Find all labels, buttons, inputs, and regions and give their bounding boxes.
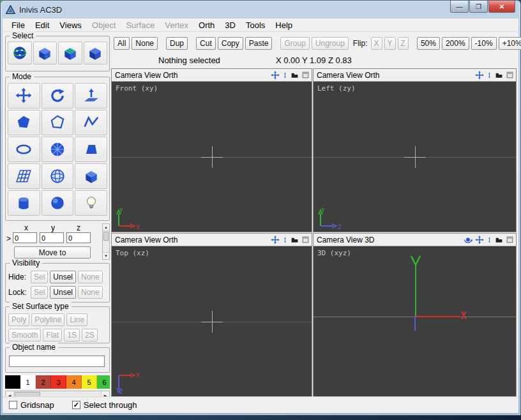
viewport-front-canvas[interactable]: Front (xy) Y X bbox=[112, 82, 312, 232]
viewport-header-title[interactable]: Camera View Orth bbox=[317, 71, 379, 80]
palette-color-1[interactable]: 1 bbox=[20, 375, 36, 389]
maximize-view-icon[interactable] bbox=[301, 236, 310, 244]
palette-color-3[interactable]: 3 bbox=[51, 375, 66, 389]
orbit-icon[interactable] bbox=[464, 236, 472, 244]
viewport-left[interactable]: Camera View Orth Left (zy) bbox=[313, 68, 517, 232]
mode-move-tool[interactable] bbox=[8, 83, 40, 109]
coords-vertical-scrollbar[interactable]: ▲ ▼ bbox=[102, 223, 110, 260]
palette-color-0[interactable] bbox=[5, 375, 20, 389]
lock-unselected-button[interactable]: Unsel bbox=[50, 286, 76, 299]
palette-color-label: 3 bbox=[56, 379, 60, 386]
camera-menu-icon[interactable] bbox=[495, 236, 503, 244]
duplicate-button[interactable]: Dup bbox=[166, 37, 188, 50]
select-through-checkbox[interactable]: ✓ bbox=[72, 401, 80, 409]
palette-color-6[interactable]: 6 bbox=[97, 375, 110, 389]
palette-color-5[interactable]: 5 bbox=[82, 375, 97, 389]
x-coordinate-field[interactable] bbox=[13, 232, 37, 243]
zoom-icon[interactable] bbox=[282, 71, 288, 80]
maximize-view-icon[interactable] bbox=[506, 236, 514, 244]
select-group: Select bbox=[5, 36, 110, 71]
paste-button[interactable]: Paste bbox=[245, 37, 273, 50]
pan-icon[interactable] bbox=[475, 236, 484, 244]
mode-polygon-tool[interactable] bbox=[8, 110, 40, 135]
zoom-200-button[interactable]: 200% bbox=[442, 37, 469, 50]
zoom-minus-10-button[interactable]: -10% bbox=[471, 37, 497, 50]
coord-prompt: > bbox=[6, 234, 11, 243]
viewport-3d[interactable]: Camera View 3D 3D (xyz) bbox=[313, 233, 517, 397]
mode-light-tool[interactable] bbox=[75, 190, 107, 216]
surface-select-mode[interactable] bbox=[58, 41, 82, 64]
title-bar[interactable]: Inivis AC3D — ❐ ✕ bbox=[1, 1, 520, 19]
mode-mesh-tool[interactable] bbox=[8, 163, 40, 189]
zoom-icon[interactable] bbox=[282, 236, 288, 244]
maximize-view-icon[interactable] bbox=[506, 71, 514, 79]
scroll-up-icon[interactable]: ▲ bbox=[103, 224, 109, 231]
zoom-50-button[interactable]: 50% bbox=[417, 37, 440, 50]
viewport-front[interactable]: Camera View Orth Front (xy) bbox=[111, 68, 312, 232]
camera-menu-icon[interactable] bbox=[495, 71, 503, 79]
camera-menu-icon[interactable] bbox=[291, 71, 299, 79]
mode-closed-polyline-tool[interactable] bbox=[42, 110, 74, 135]
vertex-select-mode[interactable] bbox=[8, 41, 32, 64]
palette-color-2[interactable]: 2 bbox=[36, 375, 51, 389]
zoom-plus-10-button[interactable]: +10% bbox=[499, 37, 521, 50]
mode-ellipse-tool[interactable] bbox=[8, 137, 40, 162]
gizmo-h-label: X bbox=[136, 372, 139, 379]
maximize-view-icon[interactable] bbox=[301, 71, 310, 79]
menu-tools[interactable]: Tools bbox=[241, 19, 270, 31]
select-all-button[interactable]: All bbox=[114, 37, 130, 50]
gridsnap-checkbox[interactable] bbox=[9, 401, 17, 409]
two-sided-button: 2S bbox=[82, 329, 98, 341]
maximize-button[interactable]: ❐ bbox=[469, 1, 488, 13]
mode-box-tool[interactable] bbox=[75, 163, 107, 189]
menu-orth[interactable]: Orth bbox=[193, 19, 220, 31]
minimize-button[interactable]: — bbox=[450, 1, 469, 13]
menu-file[interactable]: File bbox=[6, 19, 30, 31]
hide-selected-button: Sel bbox=[31, 271, 48, 283]
viewport-left-canvas[interactable]: Left (zy) Y Z bbox=[313, 82, 516, 232]
mode-cylinder-tool[interactable] bbox=[8, 190, 40, 216]
menu-edit[interactable]: Edit bbox=[30, 19, 54, 31]
viewport-top[interactable]: Camera View Orth Top (xz) bbox=[111, 233, 312, 397]
zoom-icon[interactable] bbox=[487, 236, 492, 244]
zoom-icon[interactable] bbox=[487, 71, 492, 80]
pan-icon[interactable] bbox=[271, 236, 280, 244]
y-coordinate-field[interactable] bbox=[40, 232, 64, 243]
mode-quad-tool[interactable] bbox=[75, 137, 107, 162]
palette-color-4[interactable]: 4 bbox=[66, 375, 82, 389]
mode-sphere-tool[interactable] bbox=[42, 190, 74, 216]
viewport-top-canvas[interactable]: Top (xz) Z X bbox=[112, 246, 312, 396]
mode-rotate-tool[interactable] bbox=[42, 83, 74, 109]
viewport-header-title[interactable]: Camera View 3D bbox=[317, 236, 374, 244]
mode-polyline-tool[interactable] bbox=[75, 110, 107, 135]
hide-unselected-button[interactable]: Unsel bbox=[50, 271, 76, 283]
viewport-header-title[interactable]: Camera View Orth bbox=[115, 236, 177, 244]
scroll-down-icon[interactable]: ▼ bbox=[103, 252, 109, 259]
gridsnap-checkbox-group[interactable]: Gridsnap bbox=[9, 400, 54, 410]
object-name-field[interactable] bbox=[9, 356, 105, 367]
select-none-button[interactable]: None bbox=[132, 37, 158, 50]
move-to-button[interactable]: Move to bbox=[14, 246, 91, 259]
menu-help[interactable]: Help bbox=[270, 19, 298, 31]
pan-icon[interactable] bbox=[475, 71, 484, 80]
viewport-header-title[interactable]: Camera View Orth bbox=[115, 71, 177, 80]
pan-icon[interactable] bbox=[271, 71, 280, 80]
copy-button[interactable]: Copy bbox=[218, 37, 243, 50]
scrollbar-thumb[interactable] bbox=[103, 232, 109, 241]
status-row: Nothing selected X 0.00 Y 1.09 Z 0.83 bbox=[111, 54, 518, 66]
select-through-checkbox-group[interactable]: ✓ Select through bbox=[72, 400, 137, 410]
close-button[interactable]: ✕ bbox=[488, 1, 515, 13]
z-coordinate-field[interactable] bbox=[66, 232, 91, 243]
palette-color-label: 4 bbox=[72, 379, 75, 386]
viewport-3d-canvas[interactable]: 3D (xyz) X bbox=[313, 246, 516, 396]
camera-menu-icon[interactable] bbox=[291, 236, 299, 244]
cut-button[interactable]: Cut bbox=[196, 37, 216, 50]
group-select-mode[interactable] bbox=[84, 41, 108, 64]
menu-views[interactable]: Views bbox=[54, 19, 86, 31]
palette-color-label: 5 bbox=[87, 379, 91, 386]
mode-sphere-mesh-tool[interactable] bbox=[42, 163, 74, 189]
mode-disk-tool[interactable] bbox=[42, 137, 74, 162]
object-select-mode[interactable] bbox=[33, 41, 57, 64]
mode-extrude-tool[interactable] bbox=[75, 83, 107, 109]
menu-3d[interactable]: 3D bbox=[220, 19, 241, 31]
